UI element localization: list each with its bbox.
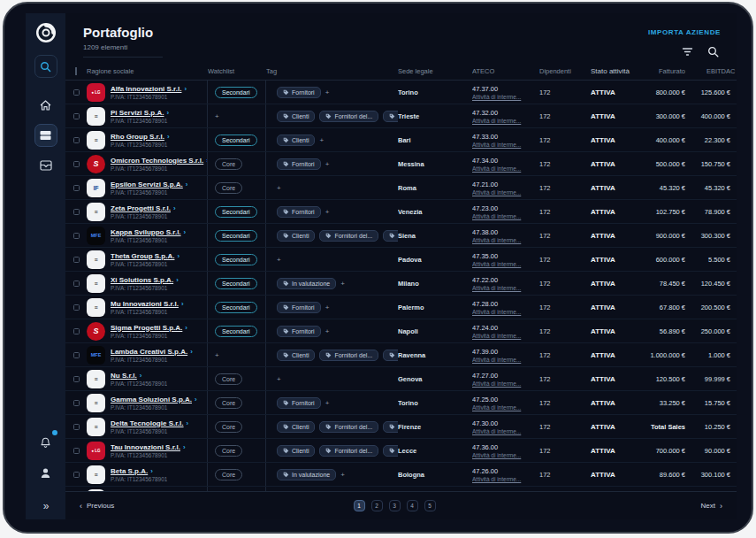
ateco-description-link[interactable]: Attività di interme... — [472, 309, 521, 315]
watchlist-badge[interactable]: Secondari — [215, 278, 257, 289]
tag-chip[interactable]: Fornitori — [277, 158, 321, 170]
add-tag-button[interactable]: + — [277, 184, 281, 192]
company-name-link[interactable]: Alfa Innovazioni S.r.l. — [111, 85, 181, 93]
tag-chip[interactable]: Fornitori del... — [319, 350, 378, 361]
watchlist-badge[interactable]: Core — [215, 469, 242, 480]
company-name-link[interactable]: Tau Innovazioni S.r.l. — [111, 443, 180, 451]
add-tag-button[interactable]: + — [325, 399, 330, 407]
import-companies-button[interactable]: IMPORTA AZIENDE — [648, 28, 721, 36]
tag-chip[interactable]: Clienti — [277, 111, 315, 122]
add-tag-button[interactable]: + — [325, 327, 330, 335]
tag-chip[interactable]: Clienti — [277, 445, 315, 457]
row-checkbox[interactable] — [73, 400, 80, 406]
company-name-link[interactable]: Theta Group S.p.A. — [111, 252, 174, 260]
company-name-link[interactable]: Pi Servizi S.p.A. — [111, 109, 164, 117]
company-name-link[interactable]: Xi Solutions S.p.A. — [111, 276, 173, 284]
row-checkbox[interactable] — [73, 137, 80, 143]
add-watchlist-button[interactable]: + — [215, 351, 219, 359]
row-checkbox[interactable] — [73, 209, 80, 215]
tag-chip[interactable]: Fornitori del... — [319, 445, 378, 457]
add-tag-button[interactable]: + — [340, 471, 345, 479]
tag-chip[interactable]: Fornitori — [277, 326, 321, 337]
watchlist-badge[interactable]: Secondari — [215, 326, 257, 337]
add-tag-button[interactable]: + — [340, 280, 345, 288]
row-checkbox[interactable] — [73, 376, 80, 382]
tag-chip[interactable]: Fornitori — [277, 206, 321, 218]
add-tag-button[interactable]: + — [325, 208, 330, 216]
tag-chip[interactable]: Fornitori — [277, 302, 321, 313]
ateco-description-link[interactable]: Attività di interme... — [472, 94, 521, 100]
watchlist-badge[interactable]: Secondari — [215, 254, 257, 265]
ateco-description-link[interactable]: Attività di interme... — [472, 261, 521, 267]
watchlist-badge[interactable]: Secondari — [215, 134, 257, 146]
collapse-sidebar-button[interactable]: » — [43, 500, 49, 512]
ateco-description-link[interactable]: Attività di interme... — [472, 357, 521, 363]
add-tag-button[interactable]: + — [277, 256, 281, 264]
sidebar-item-home[interactable] — [34, 94, 57, 117]
row-checkbox[interactable] — [73, 352, 80, 358]
tag-chip[interactable]: In valutazione — [277, 469, 336, 480]
tag-chip[interactable]: +3 — [383, 230, 398, 242]
tag-chip[interactable]: +3 — [383, 111, 398, 122]
tag-chip[interactable]: In valutazione — [277, 278, 336, 289]
add-tag-button[interactable]: + — [325, 88, 330, 96]
watchlist-badge[interactable]: Secondari — [215, 87, 257, 98]
tag-chip[interactable]: Fornitori — [277, 397, 321, 409]
company-name-link[interactable]: Kappa Sviluppo S.r.l. — [111, 228, 181, 236]
tag-chip[interactable]: Fornitori del... — [319, 421, 378, 433]
filter-icon[interactable] — [682, 47, 693, 57]
watchlist-badge[interactable]: Core — [215, 421, 242, 433]
ateco-description-link[interactable]: Attività di interme... — [472, 380, 521, 387]
watchlist-badge[interactable]: Core — [215, 182, 242, 194]
watchlist-badge[interactable]: Secondari — [215, 230, 257, 242]
row-checkbox[interactable] — [73, 304, 80, 311]
row-checkbox[interactable] — [73, 281, 80, 287]
watchlist-badge[interactable]: Core — [215, 373, 242, 385]
company-name-link[interactable]: Mu Innovazioni S.r.l. — [111, 300, 179, 308]
company-name-link[interactable]: Nu S.r.l. — [111, 372, 137, 380]
company-name-link[interactable]: Beta S.p.A. — [111, 467, 148, 475]
ateco-description-link[interactable]: Attività di interme... — [472, 452, 521, 458]
row-checkbox[interactable] — [73, 89, 80, 96]
select-all-checkbox[interactable] — [75, 67, 77, 75]
ateco-description-link[interactable]: Attività di interme... — [472, 213, 521, 219]
tag-chip[interactable]: Fornitori — [277, 87, 321, 98]
page-button-3[interactable]: 3 — [389, 500, 401, 511]
add-tag-button[interactable]: + — [277, 375, 281, 383]
ateco-description-link[interactable]: Attività di interme... — [472, 333, 521, 339]
tag-chip[interactable]: Clienti — [277, 350, 315, 361]
tag-chip[interactable]: Clienti — [277, 134, 315, 146]
row-checkbox[interactable] — [73, 424, 80, 430]
sidebar-search-button[interactable] — [34, 55, 57, 78]
company-name-link[interactable]: Sigma Progetti S.p.A. — [111, 324, 182, 332]
page-button-4[interactable]: 4 — [407, 500, 418, 511]
ateco-description-link[interactable]: Attività di interme... — [472, 142, 521, 148]
page-button-1[interactable]: 1 — [354, 500, 365, 511]
add-tag-button[interactable]: + — [325, 160, 330, 168]
add-tag-button[interactable]: + — [319, 136, 324, 144]
sidebar-item-archive[interactable] — [34, 154, 57, 177]
search-icon[interactable] — [707, 46, 719, 58]
page-button-2[interactable]: 2 — [371, 500, 383, 511]
profile-button[interactable] — [34, 461, 57, 484]
ateco-description-link[interactable]: Attività di interme... — [472, 404, 521, 411]
ateco-description-link[interactable]: Attività di interme... — [472, 476, 521, 482]
next-page-button[interactable]: Next › — [701, 502, 722, 511]
watchlist-badge[interactable]: Core — [215, 158, 242, 170]
row-checkbox[interactable] — [73, 113, 80, 119]
tag-chip[interactable]: Clienti — [277, 421, 315, 433]
row-checkbox[interactable] — [73, 257, 80, 263]
tag-chip[interactable]: +3 — [383, 445, 398, 457]
row-checkbox[interactable] — [73, 328, 80, 334]
ateco-description-link[interactable]: Attività di interme... — [472, 189, 521, 196]
company-name-link[interactable]: Omicron Technologies S.r.l. — [111, 157, 203, 165]
ateco-description-link[interactable]: Attività di interme... — [472, 118, 521, 124]
company-name-link[interactable]: Epsilon Servizi S.p.A. — [111, 181, 183, 188]
row-checkbox[interactable] — [73, 233, 80, 239]
watchlist-badge[interactable]: Core — [215, 397, 242, 409]
watchlist-badge[interactable]: Secondari — [215, 302, 257, 313]
ateco-description-link[interactable]: Attività di interme... — [472, 165, 521, 172]
company-name-link[interactable]: Rho Group S.r.l. — [111, 133, 164, 141]
tag-chip[interactable]: +3 — [383, 350, 398, 361]
watchlist-badge[interactable]: Core — [215, 445, 242, 457]
